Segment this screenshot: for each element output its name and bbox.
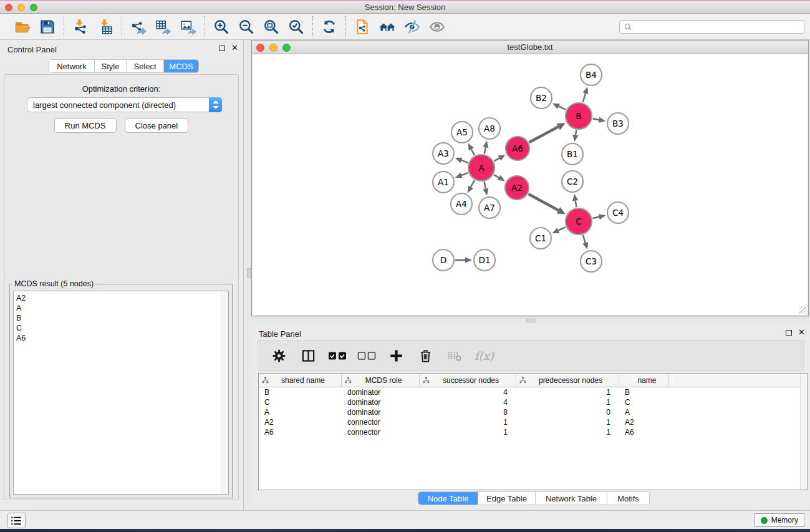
- tab-network-table[interactable]: Network Table: [535, 492, 607, 505]
- table-cell[interactable]: 1: [516, 387, 619, 397]
- edge-B-B2[interactable]: [559, 106, 566, 110]
- column-header-MCDS-role[interactable]: MCDS role: [342, 374, 420, 387]
- refresh-icon[interactable]: [321, 18, 338, 36]
- criterion-dropdown[interactable]: largest connected component (directed): [27, 97, 222, 112]
- table-cell[interactable]: A: [619, 407, 669, 417]
- open-session-icon[interactable]: [14, 18, 31, 36]
- tab-motifs[interactable]: Motifs: [607, 492, 649, 505]
- table-cell[interactable]: 1: [420, 417, 516, 427]
- table-cell[interactable]: C: [259, 397, 342, 407]
- table-cell[interactable]: A6: [619, 427, 669, 437]
- close-panel-icon[interactable]: ✕: [231, 45, 238, 51]
- float-panel-icon[interactable]: [219, 46, 225, 51]
- mcds-result-item[interactable]: A2: [16, 293, 218, 303]
- export-table-icon[interactable]: [155, 18, 172, 36]
- tab-mcds[interactable]: MCDS: [163, 60, 198, 72]
- table-cell[interactable]: B: [619, 387, 669, 397]
- tab-network[interactable]: Network: [49, 60, 94, 72]
- table-settings-icon[interactable]: [269, 346, 288, 365]
- edge-C-C1[interactable]: [558, 227, 566, 230]
- split-panel-icon[interactable]: [299, 346, 317, 365]
- table-cell[interactable]: C: [619, 397, 669, 407]
- table-cell[interactable]: 0: [516, 407, 619, 417]
- table-cell[interactable]: A: [259, 407, 342, 417]
- column-header-successor-nodes[interactable]: successor nodes: [420, 374, 516, 387]
- tab-node-table[interactable]: Node Table: [418, 492, 478, 505]
- table-cell[interactable]: A2: [619, 417, 669, 427]
- zoom-in-icon[interactable]: [213, 18, 230, 36]
- table-cell[interactable]: A6: [259, 427, 342, 437]
- network-window-titlebar[interactable]: testGlobe.txt: [252, 41, 808, 54]
- export-network-icon[interactable]: [130, 18, 147, 36]
- select-all-columns-icon[interactable]: [328, 346, 347, 365]
- table-cell[interactable]: 8: [420, 407, 516, 417]
- edge-B-B1[interactable]: [576, 130, 576, 135]
- delete-column-icon[interactable]: [416, 346, 435, 365]
- table-row[interactable]: Adominator80A: [259, 407, 807, 417]
- edge-A-A8[interactable]: [485, 147, 486, 153]
- table-cell[interactable]: 4: [420, 397, 516, 407]
- memory-button[interactable]: Memory: [755, 513, 804, 527]
- deselect-all-columns-icon[interactable]: [357, 346, 376, 365]
- column-header-name[interactable]: name: [619, 374, 669, 387]
- mcds-result-item[interactable]: B: [16, 313, 218, 323]
- table-row[interactable]: A2connector11A2: [259, 417, 807, 427]
- tab-style[interactable]: Style: [94, 60, 126, 72]
- horizontal-splitter-handle[interactable]: [526, 319, 536, 322]
- close-panel-button[interactable]: Close panel: [125, 118, 189, 133]
- table-cell[interactable]: connector: [342, 427, 420, 437]
- table-cell[interactable]: B: [259, 387, 342, 397]
- column-header-shared-name[interactable]: shared name: [259, 374, 342, 387]
- column-header-predecessor-nodes[interactable]: predecessor nodes: [516, 374, 619, 387]
- edge-A6-B[interactable]: [529, 127, 559, 142]
- save-session-icon[interactable]: [39, 18, 56, 36]
- task-history-button[interactable]: [7, 513, 26, 528]
- edge-A-A6[interactable]: [494, 158, 499, 162]
- edge-B-B3[interactable]: [593, 118, 599, 120]
- table-cell[interactable]: A2: [259, 417, 342, 427]
- import-network-icon[interactable]: [72, 18, 89, 36]
- table-row[interactable]: Cdominator41C: [259, 397, 807, 407]
- run-mcds-button[interactable]: Run MCDS: [54, 118, 117, 133]
- table-cell[interactable]: 1: [516, 427, 619, 437]
- table-cell[interactable]: 1: [516, 417, 619, 427]
- open-network-file-icon[interactable]: [354, 18, 371, 36]
- edge-A2-C[interactable]: [528, 194, 558, 210]
- table-cell[interactable]: dominator: [342, 407, 420, 417]
- import-table-icon[interactable]: [97, 18, 114, 36]
- result-list-scrollbar[interactable]: [221, 291, 228, 494]
- float-table-panel-icon[interactable]: [786, 330, 792, 336]
- table-row[interactable]: Bdominator41B: [259, 387, 807, 397]
- edge-A-A3[interactable]: [461, 160, 468, 163]
- edge-A-A5[interactable]: [471, 149, 475, 155]
- edge-B-B4[interactable]: [583, 94, 586, 102]
- export-image-icon[interactable]: [180, 18, 197, 36]
- mcds-result-list[interactable]: A2ABCA6: [13, 291, 229, 495]
- add-column-icon[interactable]: [387, 346, 405, 365]
- edge-C-C2[interactable]: [576, 201, 577, 208]
- table-cell[interactable]: 1: [516, 397, 619, 407]
- zoom-out-icon[interactable]: [238, 18, 255, 36]
- table-scrollbar[interactable]: [800, 374, 807, 490]
- zoom-selected-icon[interactable]: [287, 18, 305, 36]
- close-table-panel-icon[interactable]: ✕: [798, 329, 805, 336]
- tab-edge-table[interactable]: Edge Table: [478, 492, 535, 505]
- search-field[interactable]: [619, 20, 804, 34]
- home-icon[interactable]: [378, 18, 396, 36]
- table-cell[interactable]: 1: [420, 427, 516, 437]
- table-row[interactable]: A6connector11A6: [259, 427, 807, 437]
- edge-A-A2[interactable]: [494, 175, 499, 178]
- table-cell[interactable]: 4: [420, 387, 516, 397]
- mcds-result-item[interactable]: A6: [16, 333, 218, 343]
- show-graphics-details-icon[interactable]: [428, 18, 446, 36]
- table-cell[interactable]: connector: [342, 417, 420, 427]
- search-input[interactable]: [633, 21, 804, 32]
- table-cell[interactable]: dominator: [342, 387, 420, 397]
- main-titlebar[interactable]: Session: New Session: [0, 1, 810, 14]
- edge-C-C4[interactable]: [592, 217, 599, 218]
- edge-A-A1[interactable]: [461, 173, 468, 175]
- hide-graphics-details-icon[interactable]: [403, 18, 421, 36]
- network-canvas[interactable]: B4B2BB3A5A8A6B1A3AA1C2A2A4A7CC4C1C3DD1: [253, 54, 808, 315]
- table-cell[interactable]: dominator: [342, 397, 420, 407]
- tab-select[interactable]: Select: [126, 60, 163, 72]
